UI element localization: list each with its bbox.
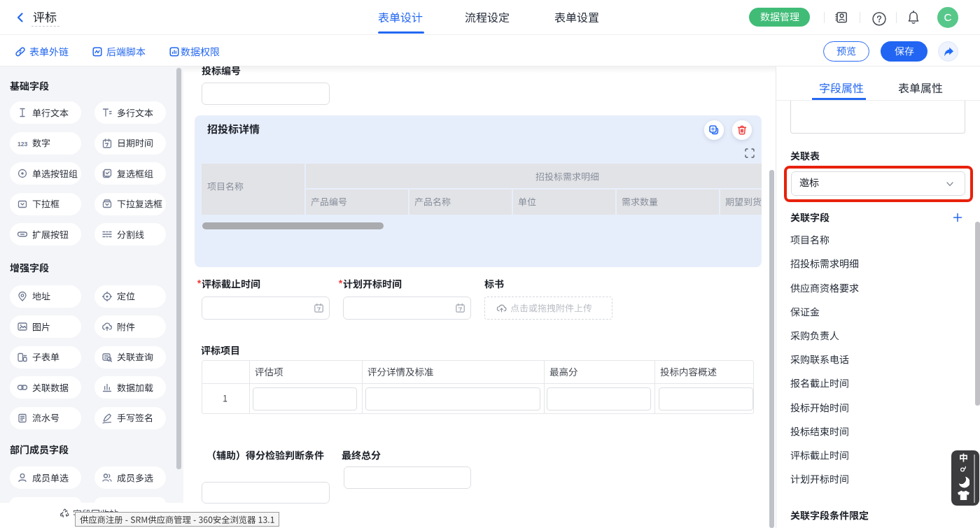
svg-text:123: 123 <box>18 140 27 147</box>
